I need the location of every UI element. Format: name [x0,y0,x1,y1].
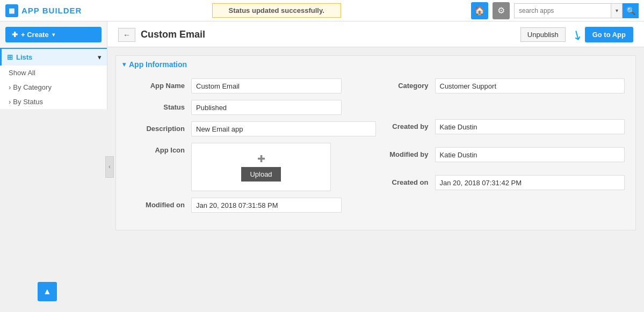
content-header-right: Unpublish ↘ Go to App [520,27,633,42]
search-input[interactable] [514,3,611,18]
create-chevron-icon: ▾ [52,32,55,38]
app-name-row: App Name Custom Email [127,78,376,93]
brand-icon: ▦ [5,4,18,17]
create-button[interactable]: ✚ + Create ▾ [5,27,102,42]
modified-on-value: Jan 20, 2018 07:31:58 PM [191,198,342,213]
section-chevron-icon: ▾ [122,61,126,68]
created-on-label: Created on [376,175,435,186]
brand-label: APP BUILDER [21,6,82,15]
sidebar-wrapper: ✚ + Create ▾ ⊞ Lists ▾ Show All › By C [0,21,107,312]
app-icon-row: App Icon ✚ Upload [127,143,376,191]
category-label: Category [376,78,435,90]
status-value: Published [191,100,342,115]
created-on-value: Jan 20, 2018 07:31:42 PM [435,175,625,190]
search-container: ▾ 🔍 [514,3,639,18]
created-on-row: Created on Jan 20, 2018 07:31:42 PM [376,175,625,190]
upload-plus-icon: ✚ [257,153,265,165]
brand: ▦ APP BUILDER [5,4,82,17]
modified-by-row: Modified by Katie Dustin [376,147,625,162]
form-two-col: App Name Custom Email Status Published D… [127,78,625,219]
sidebar-collapse-button[interactable]: ‹ [105,156,114,178]
modified-by-value: Katie Dustin [435,147,625,162]
content-header: ← Custom Email Unpublish ↘ Go to App [107,21,644,47]
icon-upload-area[interactable]: ✚ Upload [191,143,331,191]
sidebar-lists-section: ⊞ Lists ▾ Show All › By Category › By St… [0,48,107,109]
back-button[interactable]: ← [118,28,135,42]
app-info-section: ▾ App Information App Name Custom Email [115,55,636,230]
sidebar-item-by-status[interactable]: › By Status [0,95,107,109]
form-left-col: App Name Custom Email Status Published D… [127,78,376,219]
page-title: Custom Email [141,29,205,40]
modified-on-label: Modified on [127,198,191,209]
navbar-right: 🏠 ⚙ ▾ 🔍 [471,2,639,19]
sidebar-lists-chevron-icon: ▾ [98,53,102,61]
status-banner: Status updated successfully. [212,3,341,18]
status-row: Status Published [127,100,376,115]
create-plus-icon: ✚ [12,31,18,39]
content-header-left: ← Custom Email [118,28,205,42]
navbar: ▦ APP BUILDER Status updated successfull… [0,0,644,21]
app-name-value: Custom Email [191,78,342,93]
search-dropdown-button[interactable]: ▾ [611,3,623,18]
app-name-label: App Name [127,78,191,90]
main-content: ← Custom Email Unpublish ↘ Go to App ▾ A… [107,21,644,312]
upload-button[interactable]: Upload [241,167,280,182]
form-grid: App Name Custom Email Status Published D… [116,73,635,230]
modified-by-label: Modified by [376,147,435,158]
scroll-up-button[interactable]: ▲ [38,282,57,301]
section-title: App Information [129,60,187,69]
search-button[interactable]: 🔍 [623,3,639,18]
sidebar: ✚ + Create ▾ ⊞ Lists ▾ Show All › By C [0,21,107,110]
modified-on-row: Modified on Jan 20, 2018 07:31:58 PM [127,198,376,213]
category-row: Category Customer Support [376,78,625,93]
lists-grid-icon: ⊞ [7,53,13,61]
status-label: Status [127,100,191,111]
created-by-label: Created by [376,119,435,130]
section-title-bar[interactable]: ▾ App Information [116,56,635,73]
arrow-indicator-icon: ↘ [569,25,585,43]
layout: ✚ + Create ▾ ⊞ Lists ▾ Show All › By C [0,21,644,312]
settings-button[interactable]: ⚙ [493,2,510,19]
created-by-row: Created by Katie Dustin [376,119,625,134]
form-right-col: Category Customer Support Created by Kat… [376,78,625,219]
go-to-app-button[interactable]: Go to App [585,27,633,42]
unpublish-button[interactable]: Unpublish [520,27,566,42]
back-icon: ← [123,31,131,39]
sidebar-item-show-all[interactable]: Show All [0,66,107,80]
by-status-arrow-icon: › [9,98,11,106]
navbar-center: Status updated successfully. [92,3,460,18]
description-value: New Email app [191,121,376,136]
sidebar-item-by-category[interactable]: › By Category [0,80,107,95]
category-value: Customer Support [435,78,625,93]
sidebar-lists-header[interactable]: ⊞ Lists ▾ [0,49,107,66]
description-label: Description [127,121,191,133]
created-by-value: Katie Dustin [435,119,625,134]
app-icon-label: App Icon [127,143,191,154]
description-row: Description New Email app [127,121,376,136]
by-category-arrow-icon: › [9,83,11,91]
home-button[interactable]: 🏠 [471,2,488,19]
